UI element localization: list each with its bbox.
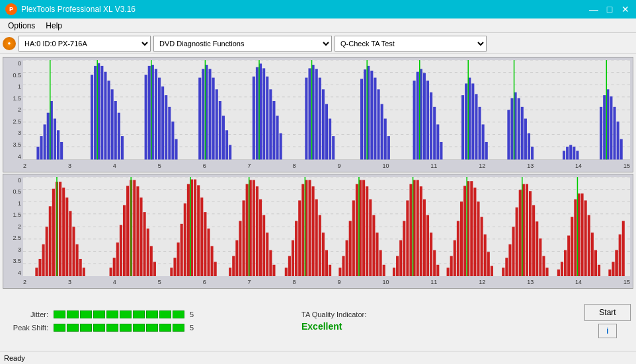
svg-rect-12 <box>47 113 50 160</box>
bottom-chart-svg <box>23 177 630 277</box>
svg-rect-139 <box>62 187 65 276</box>
bottom-panel: Jitter: 5 Peak Shift: <box>0 291 636 351</box>
svg-rect-271 <box>571 217 573 276</box>
jitter-bar-seg-5 <box>106 310 118 318</box>
start-button[interactable]: Start <box>584 304 631 321</box>
svg-rect-263 <box>539 238 541 276</box>
svg-rect-85 <box>426 81 429 160</box>
svg-rect-235 <box>436 264 439 276</box>
svg-rect-134 <box>46 227 48 276</box>
menu-bar: Options Help <box>0 18 636 33</box>
test-select[interactable]: Q-Check TA Test <box>335 36 487 52</box>
svg-rect-59 <box>280 133 282 160</box>
svg-rect-64 <box>315 69 318 159</box>
svg-rect-170 <box>197 185 200 276</box>
svg-rect-104 <box>521 107 524 160</box>
drive-icon: ● <box>3 37 16 50</box>
svg-rect-149 <box>116 242 119 276</box>
svg-rect-118 <box>614 107 616 160</box>
svg-rect-255 <box>512 227 515 276</box>
peak-shift-bar-seg-2 <box>67 324 79 332</box>
svg-rect-151 <box>123 205 126 276</box>
svg-rect-29 <box>145 75 147 159</box>
svg-rect-171 <box>200 197 203 276</box>
jitter-bar-seg-8 <box>146 310 158 318</box>
svg-rect-184 <box>253 180 255 276</box>
svg-rect-214 <box>362 180 365 276</box>
peak-shift-bar-seg-6 <box>120 324 132 332</box>
top-chart-y-axis: 4 3.5 3 2.5 2 1.5 1 0.5 0 <box>3 60 23 160</box>
svg-rect-277 <box>591 233 594 276</box>
svg-rect-68 <box>329 119 331 160</box>
svg-rect-227 <box>409 184 412 276</box>
svg-rect-54 <box>262 68 265 159</box>
svg-rect-141 <box>69 211 71 276</box>
svg-rect-209 <box>346 240 348 276</box>
svg-rect-66 <box>322 89 325 159</box>
svg-rect-272 <box>574 199 576 276</box>
svg-rect-225 <box>403 221 405 276</box>
function-select[interactable]: DVD Diagnostic Functions <box>153 36 332 52</box>
svg-rect-98 <box>485 142 488 160</box>
svg-rect-106 <box>528 133 530 160</box>
svg-rect-189 <box>269 250 272 276</box>
svg-rect-166 <box>184 203 186 276</box>
drive-select[interactable]: HA:0 ID:0 PX-716A <box>19 36 151 52</box>
svg-rect-232 <box>426 215 429 276</box>
peak-shift-bar-seg-1 <box>54 324 65 332</box>
menu-options[interactable]: Options <box>3 20 40 32</box>
svg-rect-79 <box>387 136 390 159</box>
svg-rect-136 <box>52 188 55 276</box>
svg-rect-46 <box>219 101 221 160</box>
svg-rect-36 <box>168 107 171 160</box>
svg-rect-203 <box>322 233 325 276</box>
peak-shift-bar-seg-4 <box>93 324 105 332</box>
svg-rect-95 <box>475 94 477 159</box>
svg-rect-284 <box>619 234 621 276</box>
svg-rect-233 <box>430 233 432 276</box>
app-title: PlexTools Professional XL V3.16 <box>21 5 136 14</box>
svg-rect-265 <box>546 268 549 276</box>
svg-rect-100 <box>507 110 510 159</box>
maximize-button[interactable]: □ <box>604 4 615 15</box>
svg-rect-177 <box>229 268 231 276</box>
svg-rect-51 <box>253 77 255 160</box>
svg-rect-140 <box>65 197 68 276</box>
svg-rect-205 <box>329 264 331 276</box>
svg-rect-260 <box>529 191 532 276</box>
svg-rect-72 <box>364 69 366 159</box>
svg-rect-16 <box>60 142 63 160</box>
info-button[interactable]: i <box>598 324 617 338</box>
svg-rect-45 <box>216 89 218 159</box>
menu-help[interactable]: Help <box>40 20 67 32</box>
svg-rect-11 <box>44 124 46 159</box>
svg-rect-179 <box>235 240 238 276</box>
bottom-chart-y-axis: 4 3.5 3 2.5 2 1.5 1 0.5 0 <box>3 177 23 277</box>
svg-rect-279 <box>598 264 600 276</box>
svg-rect-239 <box>454 240 456 276</box>
svg-rect-10 <box>40 136 43 159</box>
svg-rect-110 <box>566 147 569 159</box>
svg-rect-181 <box>243 200 245 276</box>
peak-shift-bar-seg-3 <box>80 324 92 332</box>
svg-rect-120 <box>620 139 623 160</box>
svg-rect-49 <box>229 145 231 159</box>
svg-rect-154 <box>133 180 136 276</box>
svg-rect-65 <box>319 78 321 160</box>
svg-rect-133 <box>42 244 45 276</box>
svg-rect-247 <box>481 217 483 276</box>
jitter-bar-seg-1 <box>54 310 65 318</box>
svg-rect-47 <box>222 116 225 159</box>
minimize-button[interactable]: — <box>588 4 599 15</box>
svg-rect-43 <box>209 69 212 159</box>
svg-rect-21 <box>100 66 103 160</box>
close-button[interactable]: ✕ <box>620 4 631 15</box>
svg-rect-174 <box>211 246 214 276</box>
svg-rect-178 <box>232 256 235 276</box>
svg-rect-22 <box>104 72 106 160</box>
svg-rect-48 <box>225 130 228 159</box>
svg-rect-89 <box>440 142 442 160</box>
svg-rect-38 <box>175 139 178 160</box>
svg-rect-114 <box>600 107 602 160</box>
jitter-bar-seg-2 <box>67 310 79 318</box>
